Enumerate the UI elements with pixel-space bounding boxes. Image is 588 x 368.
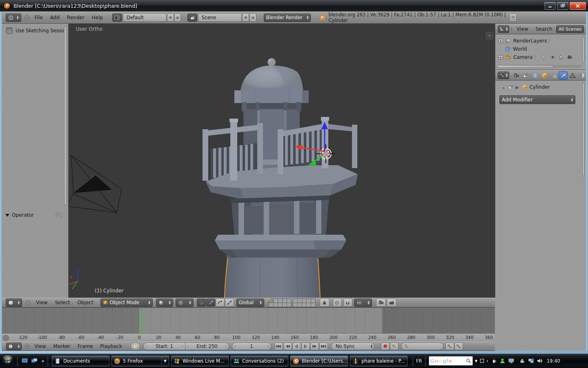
taskbar-button-5-firefox[interactable]: 5 Firefox▼ [111,356,169,366]
quicklaunch-grip[interactable] [17,356,18,366]
scene-icon-button[interactable] [187,13,197,22]
minimize-button[interactable] [544,2,556,10]
tray-collapse-chevron[interactable]: ‹ [486,358,488,364]
layout-icon-button[interactable] [112,13,122,22]
language-indicator[interactable]: FR [416,358,422,364]
display-tray-icon[interactable] [508,358,514,364]
auto-keying-set-button[interactable] [390,343,399,350]
editor-type-selector-info[interactable]: ▲▼ [6,13,21,22]
tab-world[interactable] [530,71,539,80]
play-button[interactable] [301,343,310,350]
ruler-scroller-cap[interactable] [3,335,9,341]
mode-select[interactable]: Object Mode ▲▼ [100,298,153,307]
opengl-render-button[interactable] [376,298,386,307]
editor-type-selector-view3d[interactable]: ▲▼ [6,298,22,307]
taskbar-button-conversations-2[interactable]: Conversations (2) [231,356,288,366]
properties-vscrollbar[interactable] [582,83,585,176]
camera-restrict-icon[interactable] [567,54,573,60]
pin-icon[interactable] [499,84,505,90]
maximize-button[interactable] [557,2,568,10]
outliner-filter-select[interactable]: All Scenes [556,25,584,33]
snap-element-select[interactable]: ▲▼ [354,298,372,307]
viewport-shading-select[interactable]: ▲▼ [156,298,173,307]
outliner-item-renderlayers[interactable]: RenderLayers [495,37,586,45]
menu-view[interactable]: View [513,26,532,32]
snap-toggle-button[interactable] [343,298,352,307]
eye-icon[interactable] [550,54,556,60]
expand-icon[interactable] [499,55,503,60]
close-button[interactable] [570,2,586,10]
collapse-menus-button[interactable] [24,15,29,20]
current-frame-field[interactable]: 1 [232,343,271,350]
jump-to-end-button[interactable] [319,343,328,350]
use-sketching-checkbox[interactable] [6,27,13,34]
outliner-item-camera[interactable]: Camera [495,53,586,61]
menu-help[interactable]: Help [88,15,107,20]
sync-mode-select[interactable]: No Sync ▲▼ [331,343,374,350]
tab-constraints[interactable] [549,71,558,80]
collapse-menus-button[interactable] [25,300,31,305]
menu-select[interactable]: Select [51,300,74,305]
volume-tray-icon[interactable] [537,358,543,364]
window-titlebar[interactable]: Blender [C:\Users\rara123\Desktop\phare.… [0,0,588,11]
messenger-status-tray-icon[interactable] [499,358,506,364]
render-engine-select[interactable]: Blender Render▲▼ [264,13,311,22]
menu-render[interactable]: Render [63,15,88,20]
add-layout-button[interactable]: + [167,13,174,22]
menu-view[interactable]: View [32,300,51,305]
ghost-sphere-icon[interactable] [541,54,547,60]
start-button[interactable] [1,354,14,368]
timeline-playhead[interactable] [140,308,141,334]
delete-scene-button[interactable]: × [249,13,256,22]
viewport-3d[interactable]: User Ortho x (1) Cylinder + [69,24,495,298]
keying-set-field[interactable] [401,343,443,350]
scene-field[interactable]: Scene [198,13,242,22]
tool-shelf-scrollbar[interactable] [64,26,67,205]
panel-collapse-triangle[interactable] [5,214,9,217]
menu-object[interactable]: Object [74,300,97,305]
jump-to-start-button[interactable] [274,343,283,350]
taskband-grip[interactable] [47,356,49,366]
show-desktop-quicklaunch[interactable] [22,358,29,364]
outliner-item-world[interactable]: World [495,45,586,53]
menu-add[interactable]: Add [47,15,63,20]
tab-render[interactable] [512,71,521,80]
tab-object[interactable] [540,71,549,80]
taskbar-button-blender-c-users[interactable]: Blender [C:\Users... [290,356,348,366]
task-group-dropdown-icon[interactable]: ▼ [161,358,169,364]
menu-view[interactable]: View [31,343,49,349]
layer-cell-20[interactable] [311,303,316,307]
transform-orientation-select[interactable]: Global ▲▼ [236,298,264,307]
menu-marker[interactable]: Marker [49,343,74,349]
cursor-arrow-icon[interactable] [559,54,564,60]
panel-drag-grip[interactable] [55,212,62,218]
outliner-vscrollbar[interactable] [582,37,585,62]
manipulator-translate-button[interactable] [206,298,215,307]
window-duplicate-button[interactable] [509,13,517,22]
tab-object-data[interactable] [568,71,577,80]
google-desktop-search[interactable]: Google [429,356,473,366]
play-reverse-button[interactable] [292,343,301,350]
tab-modifiers[interactable] [559,71,568,80]
editor-type-selector-outliner[interactable]: ▲▼ [498,25,509,33]
taskbar-button-phare-baleine-p[interactable]: phare baleine - P... [350,356,408,366]
opengl-render-anim-button[interactable] [387,298,396,307]
menu-search[interactable]: Search [532,26,556,32]
collapse-menus-button[interactable] [25,344,30,349]
safely-remove-tray-icon[interactable] [519,358,526,364]
proportional-edit-button[interactable] [333,298,342,307]
delete-keyframe-button[interactable] [454,343,463,350]
search-magnifier-icon[interactable] [466,358,471,364]
manipulator-toggle-button[interactable] [197,298,206,307]
manipulator-rotate-button[interactable] [216,298,225,307]
taskbar-button-documents[interactable]: Documents [52,356,109,366]
menu-frame[interactable]: Frame [74,343,96,349]
prev-keyframe-button[interactable] [283,343,292,350]
frame-start-field[interactable]: Start: 1 [143,343,185,350]
network-tray-icon[interactable] [528,358,534,364]
editor-type-selector-properties[interactable]: ▲▼ [498,72,509,79]
timeline-band[interactable] [2,307,495,334]
frames-seconds-toggle[interactable] [131,343,140,350]
add-scene-button[interactable]: + [242,13,249,22]
timeline-ruler[interactable]: -120-100-80-60-40-2002040608010012014016… [2,333,495,342]
